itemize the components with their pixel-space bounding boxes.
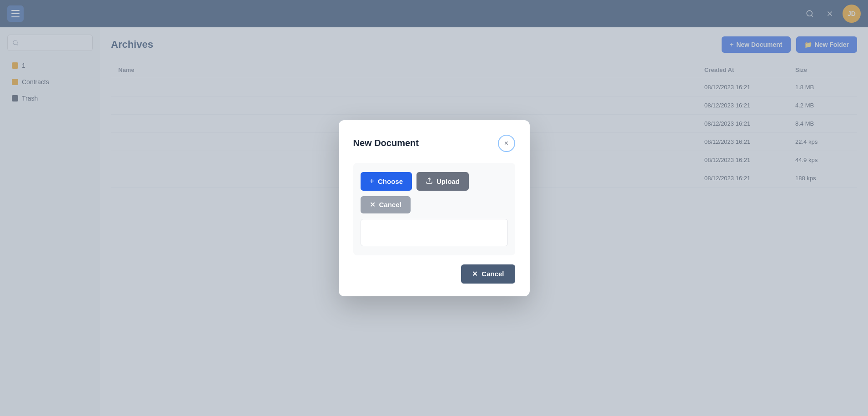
- cancel-footer-button[interactable]: ✕ Cancel: [461, 264, 515, 284]
- cancel-small-button[interactable]: ✕ Cancel: [361, 196, 411, 213]
- x-icon: ✕: [472, 270, 478, 278]
- modal-title: New Document: [353, 138, 419, 148]
- modal-overlay: New Document × + Choose: [0, 0, 868, 416]
- modal-header: New Document ×: [353, 135, 515, 152]
- file-drop-zone[interactable]: [361, 219, 508, 246]
- modal-file-area: + Choose Upload ✕: [353, 163, 515, 255]
- upload-label: Upload: [437, 178, 460, 185]
- upload-icon: [426, 177, 433, 186]
- cancel-small-label: Cancel: [379, 201, 401, 208]
- choose-label: Choose: [378, 178, 403, 185]
- modal-close-button[interactable]: ×: [498, 135, 515, 152]
- file-action-buttons: + Choose Upload: [361, 172, 508, 191]
- new-document-modal: New Document × + Choose: [339, 120, 530, 296]
- upload-button[interactable]: Upload: [416, 172, 469, 191]
- plus-icon: +: [370, 177, 375, 186]
- x-icon: ✕: [370, 201, 376, 209]
- choose-button[interactable]: + Choose: [361, 172, 412, 191]
- cancel-footer-label: Cancel: [482, 270, 504, 278]
- modal-footer: ✕ Cancel: [353, 264, 515, 284]
- close-x-icon: ×: [504, 139, 508, 147]
